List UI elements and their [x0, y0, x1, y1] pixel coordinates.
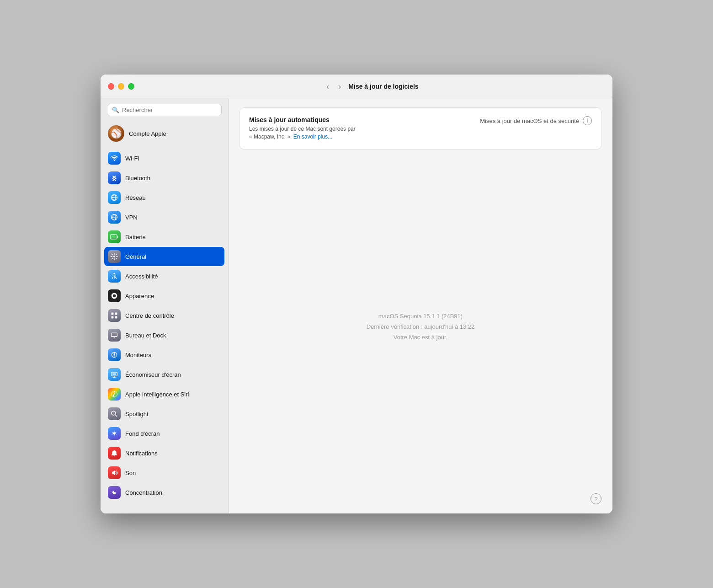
general-icon [108, 250, 121, 263]
bureau-icon [108, 329, 121, 342]
uptodate-text: Votre Mac est à jour. [394, 332, 448, 342]
sidebar-item-wifi[interactable]: Wi-Fi [104, 149, 224, 168]
sidebar-item-accessib[interactable]: Accessibilité [104, 267, 224, 286]
sidebar-item-apparence[interactable]: Apparence [104, 286, 224, 305]
svg-rect-9 [117, 236, 118, 238]
content-area: Mises à jour automatiques Les mises à jo… [229, 98, 612, 513]
sidebar-item-centre[interactable]: Centre de contrôle [104, 306, 224, 325]
sidebar-item-label-fond: Fond d'écran [125, 430, 160, 437]
sidebar-item-fond[interactable]: Fond d'écran [104, 424, 224, 443]
sidebar-item-label-econo: Économiseur d'écran [125, 371, 181, 378]
close-button[interactable] [108, 83, 114, 90]
sidebar-item-bluetooth[interactable]: Bluetooth [104, 168, 224, 187]
sidebar-item-label-accessib: Accessibilité [125, 273, 158, 280]
sidebar-item-son[interactable]: Son [104, 463, 224, 482]
svg-marker-34 [112, 470, 115, 475]
avatar: ⚾ [108, 125, 124, 142]
sidebar-item-label-notif: Notifications [125, 450, 158, 457]
sidebar-item-general[interactable]: Général [104, 247, 224, 266]
batterie-icon [108, 230, 121, 243]
search-icon: 🔍 [112, 107, 119, 113]
accessib-icon [108, 270, 121, 283]
svg-point-14 [113, 294, 116, 297]
update-card-right: Mises à jour de macOS et de sécurité i [480, 116, 592, 125]
moniteurs-icon [108, 348, 121, 361]
svg-rect-19 [112, 333, 117, 337]
svg-point-11 [113, 256, 115, 257]
apple-intel-icon [108, 388, 121, 401]
sidebar-item-label-apple-intel: Apple Intelligence et Siri [125, 391, 189, 398]
sidebar-item-concent[interactable]: Concentration [104, 483, 224, 502]
sidebar-item-label-vpn: VPN [125, 214, 138, 221]
sidebar-item-reseau[interactable]: Réseau [104, 188, 224, 207]
sidebar-item-batterie[interactable]: Batterie [104, 227, 224, 246]
account-item[interactable]: ⚾ Compte Apple [104, 123, 224, 144]
update-desc: Les mises à jour de ce Mac sont gérées p… [249, 125, 356, 141]
main-window: ‹ › Mise à jour de logiciels 🔍 ⚾ Compte … [101, 75, 612, 513]
maximize-button[interactable] [128, 83, 134, 90]
reseau-icon [108, 191, 121, 204]
info-icon-button[interactable]: i [583, 116, 592, 125]
svg-rect-16 [115, 313, 117, 315]
learn-more-link[interactable]: En savoir plus... [293, 134, 332, 140]
sidebar-item-label-apparence: Apparence [125, 293, 154, 299]
sidebar-item-econo[interactable]: Économiseur d'écran [104, 365, 224, 384]
main-layout: 🔍 ⚾ Compte Apple Wi-Fi [101, 98, 612, 513]
spotlight-icon [108, 407, 121, 420]
titlebar: ‹ › Mise à jour de logiciels [101, 75, 612, 98]
sidebar-item-bureau[interactable]: Bureau et Dock [104, 326, 224, 345]
sidebar: 🔍 ⚾ Compte Apple Wi-Fi [101, 98, 229, 513]
account-section: ⚾ Compte Apple [101, 121, 228, 146]
sidebar-item-apple-intel[interactable]: Apple Intelligence et Siri [104, 385, 224, 404]
titlebar-center: ‹ › Mise à jour de logiciels [138, 81, 605, 91]
update-card: Mises à jour automatiques Les mises à jo… [239, 107, 601, 150]
forward-button[interactable]: › [336, 81, 343, 91]
search-input[interactable] [122, 107, 217, 113]
minimize-button[interactable] [118, 83, 124, 90]
wifi-icon [108, 152, 121, 165]
sidebar-item-label-son: Son [125, 470, 136, 476]
account-label: Compte Apple [129, 130, 166, 137]
econo-icon [108, 368, 121, 381]
sidebar-item-label-moniteurs: Moniteurs [125, 352, 151, 358]
sidebar-items: Wi-Fi Bluetooth Réseau VPN Batterie [101, 146, 228, 504]
bluetooth-icon [108, 171, 121, 184]
sidebar-item-label-bluetooth: Bluetooth [125, 175, 150, 182]
sidebar-item-label-reseau: Réseau [125, 194, 146, 201]
concent-icon [108, 486, 121, 499]
svg-rect-18 [115, 316, 117, 319]
sidebar-item-label-centre: Centre de contrôle [125, 312, 174, 319]
back-button[interactable]: ‹ [325, 81, 331, 91]
update-title: Mises à jour automatiques [249, 116, 356, 123]
update-card-left: Mises à jour automatiques Les mises à jo… [249, 116, 356, 141]
sidebar-item-moniteurs[interactable]: Moniteurs [104, 345, 224, 364]
vpn-icon [108, 211, 121, 224]
sidebar-item-label-bureau: Bureau et Dock [125, 332, 166, 339]
os-version-text: macOS Sequoia 15.1.1 (24B91) [378, 311, 463, 321]
traffic-lights [108, 83, 134, 90]
sidebar-item-notif[interactable]: Notifications [104, 444, 224, 463]
svg-line-32 [115, 415, 117, 417]
fond-icon [108, 427, 121, 440]
last-check-text: Dernière vérification : aujourd'hui à 13… [367, 321, 475, 332]
sidebar-item-label-wifi: Wi-Fi [125, 155, 139, 162]
sidebar-item-label-spotlight: Spotlight [125, 411, 149, 417]
window-title: Mise à jour de logiciels [348, 83, 418, 90]
sidebar-item-label-general: Général [125, 253, 146, 260]
search-box: 🔍 [107, 104, 222, 116]
sidebar-item-spotlight[interactable]: Spotlight [104, 404, 224, 423]
sidebar-item-label-concent: Concentration [125, 489, 162, 496]
apparence-icon [108, 289, 121, 302]
svg-rect-17 [112, 316, 114, 319]
svg-rect-10 [111, 235, 115, 239]
status-section: macOS Sequoia 15.1.1 (24B91) Dernière vé… [239, 150, 601, 504]
svg-rect-29 [112, 374, 116, 375]
update-right-text: Mises à jour de macOS et de sécurité [480, 118, 579, 124]
help-button[interactable]: ? [591, 493, 601, 504]
search-container: 🔍 [101, 98, 228, 121]
svg-point-12 [113, 273, 115, 274]
centre-icon [108, 309, 121, 322]
sidebar-item-vpn[interactable]: VPN [104, 208, 224, 227]
svg-rect-15 [112, 313, 114, 315]
son-icon [108, 466, 121, 479]
